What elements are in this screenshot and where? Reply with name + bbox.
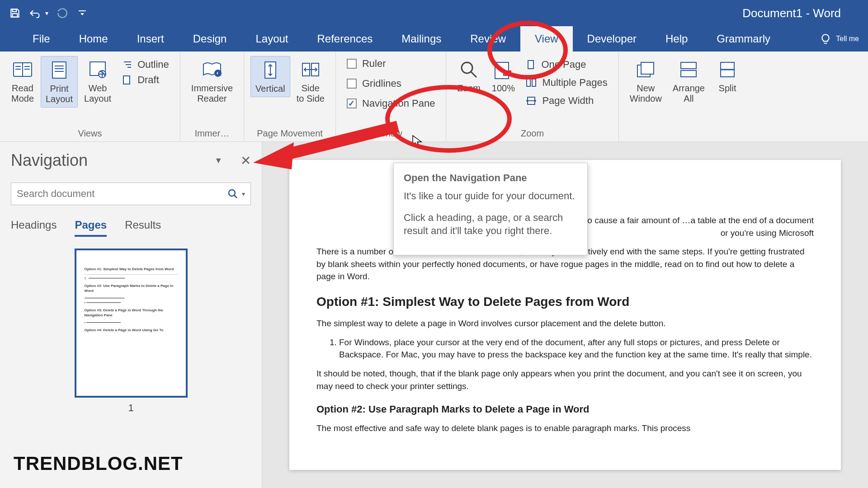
zoom-label: Zoom <box>458 83 481 94</box>
zoom-100-button[interactable]: 100 100% <box>487 56 519 96</box>
group-show: Ruler Gridlines Navigation Pane Show <box>336 52 446 141</box>
group-page-movement: Vertical Sideto Side Page Movement <box>244 52 336 141</box>
one-page-button[interactable]: One Page <box>526 59 607 70</box>
navigation-title: Navigation <box>11 151 88 170</box>
title-bar: ▾ Document1 - Word <box>0 0 868 26</box>
multiple-pages-icon <box>526 78 537 88</box>
group-window: NewWindow ArrangeAll Split <box>619 52 750 141</box>
print-layout-button[interactable]: PrintLayout <box>41 56 78 108</box>
tab-view[interactable]: View <box>520 26 573 52</box>
customize-qat-icon[interactable] <box>76 7 88 19</box>
tab-grammarly[interactable]: Grammarly <box>702 26 785 52</box>
svg-rect-30 <box>532 79 536 86</box>
split-button[interactable]: Split <box>711 56 744 96</box>
lightbulb-icon <box>820 33 831 45</box>
immersive-reader-label: ImmersiveReader <box>191 83 233 104</box>
group-zoom-label: Zoom <box>453 126 612 139</box>
zoom-100-label: 100% <box>492 83 515 94</box>
side-to-side-button[interactable]: Sideto Side <box>292 56 329 107</box>
tooltip-title: Open the Navigation Pane <box>404 172 577 184</box>
quick-access-toolbar: ▾ <box>9 7 88 19</box>
draft-icon <box>122 75 132 85</box>
zoom-100-icon: 100 <box>492 59 514 80</box>
web-layout-label: WebLayout <box>84 83 111 104</box>
svg-rect-28 <box>528 61 533 69</box>
tab-references[interactable]: References <box>303 26 387 52</box>
doc-paragraph: It should be noted, though, that if the … <box>316 367 814 392</box>
web-layout-button[interactable]: WebLayout <box>80 56 116 107</box>
nav-tab-results[interactable]: Results <box>125 219 161 237</box>
svg-rect-33 <box>641 62 654 74</box>
multiple-pages-button[interactable]: Multiple Pages <box>526 77 607 89</box>
split-label: Split <box>719 83 736 94</box>
page-width-button[interactable]: Page Width <box>526 95 607 107</box>
side-to-side-label: Sideto Side <box>297 83 325 104</box>
one-page-icon <box>526 60 536 70</box>
zoom-icon <box>458 59 480 80</box>
ribbon-tabs: File Home Insert Design Layout Reference… <box>0 26 868 52</box>
new-window-label: NewWindow <box>630 83 662 104</box>
group-show-label: Show <box>342 126 439 139</box>
immersive-reader-icon <box>201 59 223 80</box>
tab-file[interactable]: File <box>18 26 65 52</box>
arrange-all-button[interactable]: ArrangeAll <box>668 56 709 107</box>
vertical-button[interactable]: Vertical <box>250 56 290 97</box>
draft-button[interactable]: Draft <box>122 74 169 86</box>
new-window-button[interactable]: NewWindow <box>625 56 666 107</box>
group-views-label: Views <box>6 126 174 139</box>
multiple-pages-label: Multiple Pages <box>542 77 607 89</box>
undo-dropdown-icon[interactable]: ▾ <box>45 9 48 17</box>
new-window-icon <box>635 59 656 80</box>
ruler-check-icon <box>347 59 357 69</box>
tab-developer[interactable]: Developer <box>573 26 651 52</box>
svg-text:100: 100 <box>504 71 511 75</box>
search-dropdown-icon[interactable]: ▾ <box>242 190 245 197</box>
save-icon[interactable] <box>9 7 21 19</box>
tab-insert[interactable]: Insert <box>123 26 179 52</box>
tab-review[interactable]: Review <box>456 26 520 52</box>
svg-rect-29 <box>527 79 530 86</box>
group-window-label <box>625 136 744 139</box>
tab-help[interactable]: Help <box>651 26 702 52</box>
page-thumbnail[interactable]: Option #1: Simplest Way to Delete Pages … <box>75 249 188 398</box>
doc-paragraph: The most effective and safe way to delet… <box>316 422 814 435</box>
svg-rect-2 <box>79 10 86 11</box>
print-layout-icon <box>48 59 70 81</box>
gridlines-checkbox[interactable]: Gridlines <box>347 78 435 89</box>
group-immersive: ImmersiveReader Immer… <box>180 52 244 141</box>
arrange-all-label: ArrangeAll <box>673 83 705 104</box>
nav-dropdown-icon[interactable]: ▼ <box>214 156 222 165</box>
nav-tab-headings[interactable]: Headings <box>11 219 57 237</box>
tab-layout[interactable]: Layout <box>241 26 302 52</box>
redo-icon[interactable] <box>57 7 68 19</box>
tab-mailings[interactable]: Mailings <box>387 26 456 52</box>
read-mode-button[interactable]: ReadMode <box>6 56 39 107</box>
svg-rect-35 <box>681 70 696 77</box>
page-thumbnail-number: 1 <box>11 402 251 414</box>
group-immersive-label: Immer… <box>187 126 237 139</box>
ruler-checkbox[interactable]: Ruler <box>347 58 435 70</box>
nav-close-icon[interactable]: ✕ <box>241 153 251 168</box>
gridlines-check-icon <box>347 79 357 89</box>
search-input[interactable] <box>17 188 227 200</box>
search-box[interactable]: ▾ <box>11 183 251 205</box>
nav-tab-pages[interactable]: Pages <box>75 219 107 237</box>
web-layout-icon <box>87 59 108 80</box>
search-icon[interactable] <box>227 188 238 199</box>
one-page-label: One Page <box>541 59 586 70</box>
doc-heading: Option #1: Simplest Way to Delete Pages … <box>316 293 814 311</box>
outline-button[interactable]: Outline <box>122 59 169 70</box>
outline-icon <box>122 60 132 70</box>
svg-rect-9 <box>52 62 66 78</box>
undo-icon[interactable] <box>29 7 41 19</box>
zoom-button[interactable]: Zoom <box>453 56 485 96</box>
window-title: Document1 - Word <box>742 6 841 20</box>
immersive-reader-button[interactable]: ImmersiveReader <box>187 56 237 107</box>
tab-design[interactable]: Design <box>179 26 241 52</box>
cursor-icon <box>411 135 423 148</box>
page-width-label: Page Width <box>542 95 594 107</box>
tell-me[interactable]: Tell me <box>820 26 868 52</box>
navigation-pane-checkbox[interactable]: Navigation Pane <box>347 98 435 109</box>
tab-home[interactable]: Home <box>65 26 123 52</box>
svg-point-38 <box>229 190 235 196</box>
